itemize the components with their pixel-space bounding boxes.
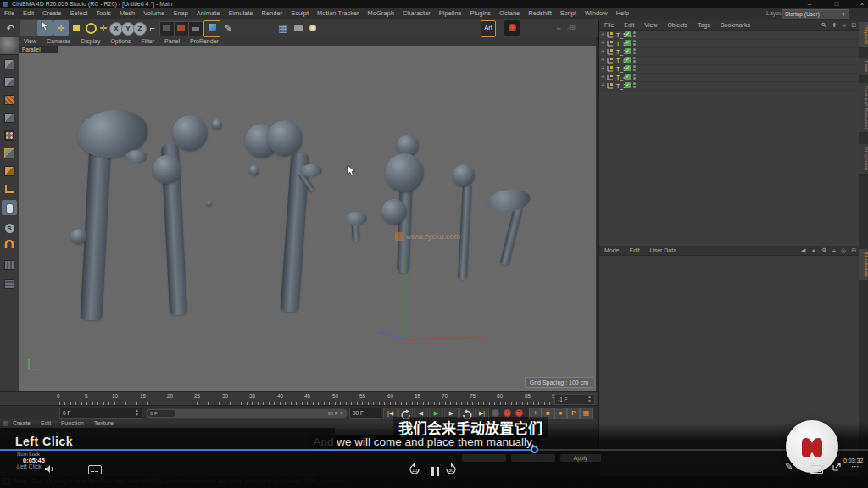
preview-range-slider[interactable]: 0 F 90 F ▼ [146, 408, 348, 419]
popout-icon[interactable] [832, 462, 842, 472]
range-start-grip[interactable]: 0 F [147, 410, 175, 417]
apply-button[interactable]: Apply [560, 454, 601, 462]
expand-icon[interactable]: + [601, 40, 604, 47]
soft-selection-icon[interactable]: S [2, 219, 17, 234]
key-parameter-toggle[interactable]: P [567, 408, 580, 419]
expand-icon[interactable]: + [601, 74, 604, 80]
live-selection-icon[interactable] [37, 20, 53, 36]
expand-icon[interactable]: + [601, 31, 604, 38]
light-tool-icon[interactable] [305, 20, 320, 36]
menu-help[interactable]: Help [612, 8, 633, 19]
scale-tool-icon[interactable] [69, 20, 84, 36]
viewport-solo-icon[interactable] [2, 200, 17, 215]
panel-icon[interactable]: ⊞ [849, 20, 859, 30]
workplane-mode-icon[interactable] [2, 109, 17, 125]
theater-mode-icon[interactable] [810, 465, 823, 474]
key-rotation-toggle[interactable]: ● [554, 408, 567, 419]
edit-pencil-icon[interactable]: ✎ [785, 461, 793, 472]
lock-icon[interactable]: 🔒︎ [830, 246, 838, 255]
add-cube-icon[interactable] [203, 20, 220, 37]
viewport-3d[interactable]: View Cameras Display Options Filter Pane… [19, 37, 596, 391]
menu-character[interactable]: Character [398, 8, 435, 19]
render-picture-viewer-icon[interactable] [174, 21, 189, 36]
rewind-10-button[interactable]: 10 [408, 463, 421, 476]
expand-icon[interactable]: + [601, 65, 604, 72]
menu-simulate[interactable]: Simulate [224, 8, 257, 19]
menu-script[interactable]: Script [556, 8, 581, 19]
points-mode-icon[interactable] [2, 127, 17, 142]
pen-spline-icon[interactable]: ✎ [220, 20, 236, 36]
am-menu-edit[interactable]: Edit [625, 246, 645, 255]
tab-attributes[interactable]: Attributes [859, 249, 868, 280]
array-tool-icon[interactable]: ▦ [275, 20, 291, 36]
polygons-mode-icon[interactable] [2, 163, 17, 178]
forward-30-button[interactable]: 30 [444, 463, 458, 476]
close-button[interactable]: × [858, 0, 866, 8]
am-menu-userdata[interactable]: User Data [645, 246, 682, 255]
timeline-ruler[interactable]: 0 5 10 15 20 25 30 35 40 45 50 55 60 65 … [0, 391, 598, 406]
visibility-dots[interactable] [633, 48, 636, 55]
coord-dropdown[interactable] [462, 454, 506, 462]
enabled-check-icon[interactable]: ✓ [625, 65, 631, 71]
menu-mograph[interactable]: MoGraph [364, 8, 398, 19]
enable-axis-icon[interactable] [2, 181, 17, 197]
menu-snap[interactable]: Snap [169, 8, 192, 19]
workplane-snap-icon[interactable] [2, 275, 17, 291]
tab-take[interactable]: Take [859, 58, 868, 76]
snap-magnet-icon[interactable] [2, 237, 17, 252]
current-frame-field[interactable]: 0 F▲▼ [59, 408, 142, 419]
menu-mesh[interactable]: Mesh [115, 8, 139, 19]
visibility-dots[interactable] [633, 57, 636, 64]
menu-pipeline[interactable]: Pipeline [435, 8, 466, 19]
hair-tool-icon[interactable]: ∕⊞ [565, 20, 580, 36]
render-settings-icon[interactable] [188, 21, 203, 36]
gear-icon[interactable]: ◎ [838, 246, 849, 255]
om-menu-objects[interactable]: Objects [662, 20, 693, 30]
render-view-icon[interactable] [159, 21, 175, 36]
art-tool-button[interactable]: Art [481, 20, 496, 37]
undo-icon[interactable]: ↶ [3, 20, 18, 36]
nav-forward-icon[interactable]: ▲ [808, 246, 819, 255]
tab-objects[interactable]: Objects [859, 22, 868, 48]
om-menu-view[interactable]: View [639, 20, 662, 30]
enabled-check-icon[interactable]: ✓ [625, 57, 631, 63]
video-progress-handle[interactable] [531, 446, 538, 453]
model-mode-icon[interactable] [2, 74, 17, 89]
keyframe-selection-icon[interactable]: ? [515, 409, 523, 417]
minimize-button[interactable]: – [805, 0, 814, 8]
visibility-dots[interactable] [633, 82, 636, 89]
om-menu-edit[interactable]: Edit [619, 20, 639, 30]
menu-plugins[interactable]: Plugins [466, 8, 496, 19]
object-row[interactable]: +T_3✓ [599, 81, 859, 91]
record-tool-icon[interactable] [504, 20, 520, 36]
panel-icon[interactable]: ⊞ [849, 246, 859, 255]
menu-redshift[interactable]: Redshift [524, 8, 556, 19]
volume-icon[interactable] [44, 464, 55, 474]
menu-tools[interactable]: Tools [92, 8, 115, 19]
move-tool-icon[interactable]: ✛ [53, 20, 69, 36]
expand-icon[interactable]: + [601, 57, 604, 64]
coordinate-system-icon[interactable]: ⌐ [145, 20, 160, 36]
captions-icon[interactable] [88, 465, 102, 474]
texture-mode-icon[interactable] [2, 92, 17, 107]
visibility-dots[interactable] [633, 65, 636, 72]
menu-volume[interactable]: Volume [139, 8, 169, 19]
menu-window[interactable]: Window [581, 8, 612, 19]
visibility-dots[interactable] [633, 74, 636, 80]
om-menu-tags[interactable]: Tags [693, 20, 715, 30]
nav-back-icon[interactable]: ◀ [798, 246, 808, 255]
tab-content-browser[interactable]: Content Browser [859, 83, 868, 133]
menu-create[interactable]: Create [38, 8, 66, 19]
menu-octane[interactable]: Octane [495, 8, 524, 19]
om-menu-file[interactable]: File [599, 20, 619, 30]
enabled-check-icon[interactable]: ✓ [625, 40, 631, 46]
coord-dropdown[interactable] [511, 454, 555, 462]
enabled-check-icon[interactable]: ✓ [625, 31, 631, 37]
range-end-label[interactable]: 90 F ▼ [327, 410, 344, 417]
key-pla-toggle[interactable]: ▦ [580, 408, 593, 419]
link-icon[interactable]: ∞ [839, 20, 849, 30]
tab-structure[interactable]: Structure [859, 144, 868, 175]
workplane-lock-icon[interactable] [2, 257, 17, 272]
frame-offset-field[interactable]: -1 F▲▼ [554, 394, 595, 405]
autokey-icon[interactable]: ! [504, 409, 511, 417]
